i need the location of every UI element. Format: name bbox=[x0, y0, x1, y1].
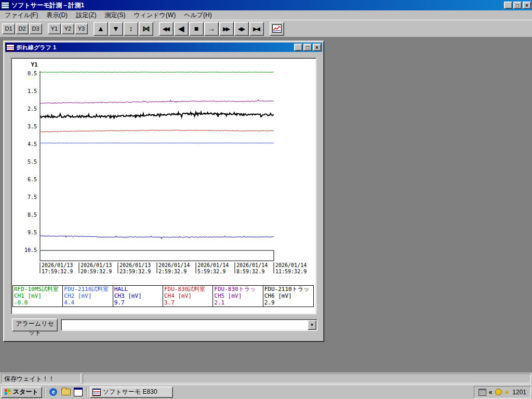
svg-text:3.5: 3.5 bbox=[28, 124, 37, 129]
toolbar-d2[interactable]: D2 bbox=[16, 23, 29, 34]
svg-text:7.5: 7.5 bbox=[28, 194, 37, 200]
toolbar-compress-x[interactable]: ▶◀ bbox=[249, 22, 264, 36]
svg-text:10.5: 10.5 bbox=[24, 247, 37, 253]
legend-ch6: FDU-2110トラッCH6 [mV]2.9 bbox=[263, 286, 313, 307]
chart-panel: Y10.51.52.53.54.55.56.57.58.59.510.52026… bbox=[11, 58, 316, 314]
menu-item-measure[interactable]: 測定(S) bbox=[100, 10, 129, 20]
svg-text:2:59:32.9: 2:59:32.9 bbox=[158, 269, 187, 274]
menu-item-view[interactable]: 表示(D) bbox=[42, 10, 72, 20]
task-app-icon bbox=[92, 389, 101, 396]
toolbar-d1[interactable]: D1 bbox=[2, 23, 15, 34]
legend-ch1: RFD-10MS試料室CH1 [mV]-0.0 bbox=[13, 286, 63, 307]
graph-window-content: Y10.51.52.53.54.55.56.57.58.59.510.52026… bbox=[5, 52, 323, 339]
svg-text:2026/01/13: 2026/01/13 bbox=[119, 262, 151, 268]
desktop: ソフトサーモ計測－計測1 _ □ × ファイル(F)表示(D)設定(Z)測定(S… bbox=[0, 0, 532, 399]
graph-window-icon bbox=[6, 44, 15, 51]
alarm-combobox[interactable]: ▼ bbox=[61, 319, 317, 331]
svg-text:11:59:32.9: 11:59:32.9 bbox=[275, 269, 307, 274]
legend-ch5: FDU-830トラッCH5 [mV]2.1 bbox=[213, 286, 263, 307]
toolbar-compress-y[interactable]: ⋈ bbox=[139, 22, 153, 36]
svg-text:5.5: 5.5 bbox=[28, 159, 37, 165]
taskbar-divider-2 bbox=[86, 387, 87, 397]
taskbar-divider bbox=[45, 387, 46, 397]
taskbar-app-button[interactable]: ソフトサーモ E830 bbox=[90, 387, 173, 398]
toolbar-step-back[interactable]: ◀ bbox=[174, 22, 189, 36]
menu-item-help[interactable]: ヘルプ(H) bbox=[180, 10, 216, 20]
svg-text:17:59:32.9: 17:59:32.9 bbox=[42, 269, 73, 274]
status-bar: 保存ウェイト！！ bbox=[0, 373, 532, 384]
svg-text:2026/01/14: 2026/01/14 bbox=[158, 262, 190, 268]
graph-minimize-button[interactable]: _ bbox=[294, 44, 302, 51]
graph-close-button[interactable]: × bbox=[313, 44, 321, 51]
toolbar-play-forward[interactable]: → bbox=[204, 22, 219, 36]
toolbar: D1D2D3Y1Y2Y3▲▼↕⋈◀◀◀■→▶▶◀▶▶◀ bbox=[0, 20, 532, 37]
close-button[interactable]: × bbox=[523, 2, 531, 9]
main-title-bar: ソフトサーモ計測－計測1 _ □ × bbox=[0, 0, 532, 10]
show-desktop-icon[interactable] bbox=[73, 387, 84, 397]
svg-text:20:59:32.9: 20:59:32.9 bbox=[81, 269, 112, 274]
window-title: ソフトサーモ計測－計測1 bbox=[11, 1, 502, 10]
folder-icon[interactable] bbox=[61, 387, 71, 397]
svg-text:1.5: 1.5 bbox=[28, 88, 37, 94]
minimize-button[interactable]: _ bbox=[504, 2, 512, 9]
toolbar-expand-x[interactable]: ◀▶ bbox=[234, 22, 249, 36]
svg-text:5:59:32.9: 5:59:32.9 bbox=[197, 269, 225, 274]
legend-ch4: FDU-830試料室CH4 [mV]3.7 bbox=[163, 286, 213, 307]
tray-chevron-icon[interactable]: « bbox=[489, 389, 493, 395]
line-chart: Y10.51.52.53.54.55.56.57.58.59.510.52026… bbox=[12, 59, 314, 284]
maximize-button[interactable]: □ bbox=[513, 2, 522, 9]
mdi-area: 折れ線グラフ 1 _ □ × Y10.51.52.53.54.55.56.57.… bbox=[0, 37, 532, 373]
toolbar-scroll-up[interactable]: ▲ bbox=[94, 22, 108, 36]
quick-launch: e bbox=[48, 387, 84, 397]
svg-text:8.5: 8.5 bbox=[28, 212, 37, 218]
start-button[interactable]: スタート bbox=[1, 387, 42, 398]
toolbar-y1[interactable]: Y1 bbox=[48, 23, 61, 34]
svg-text:2026/01/14: 2026/01/14 bbox=[275, 262, 307, 268]
graph-window: 折れ線グラフ 1 _ □ × Y10.51.52.53.54.55.56.57.… bbox=[3, 41, 324, 342]
start-label: スタート bbox=[13, 388, 38, 396]
graph-window-title-bar[interactable]: 折れ線グラフ 1 _ □ × bbox=[5, 43, 322, 52]
alarm-reset-button[interactable]: アラームリセット bbox=[12, 318, 58, 331]
task-app-label: ソフトサーモ E830 bbox=[103, 388, 157, 396]
internet-explorer-icon[interactable]: e bbox=[48, 387, 59, 397]
tray-volume-icon[interactable] bbox=[495, 389, 502, 395]
combo-dropdown-button[interactable]: ▼ bbox=[308, 320, 316, 330]
legend-ch2: FDU-2110試料室CH2 [mV]4.4 bbox=[63, 286, 113, 307]
tray-star-icon[interactable]: ★ bbox=[504, 389, 510, 395]
svg-text:2026/01/13: 2026/01/13 bbox=[81, 262, 112, 268]
svg-text:2026/01/14: 2026/01/14 bbox=[236, 262, 268, 268]
toolbar-d3[interactable]: D3 bbox=[29, 23, 42, 34]
tray-device-icon[interactable] bbox=[478, 389, 486, 396]
windows-logo-icon bbox=[5, 389, 11, 395]
svg-text:2.5: 2.5 bbox=[28, 106, 37, 112]
status-message: 保存ウェイト！！ bbox=[1, 374, 81, 383]
legend-ch3: HALLCH3 [mV]9.7 bbox=[113, 286, 163, 307]
toolbar-fast-rewind[interactable]: ◀◀ bbox=[159, 22, 174, 36]
toolbar-stop[interactable]: ■ bbox=[189, 22, 204, 36]
menu-bar: ファイル(F)表示(D)設定(Z)測定(S)ウィンドウ(W)ヘルプ(H) bbox=[0, 10, 532, 20]
clock: 1201 bbox=[512, 389, 526, 396]
svg-text:4.5: 4.5 bbox=[28, 141, 37, 147]
combo-value bbox=[61, 320, 307, 330]
svg-text:6.5: 6.5 bbox=[28, 177, 37, 182]
graph-maximize-button[interactable]: □ bbox=[303, 44, 312, 51]
toolbar-y2[interactable]: Y2 bbox=[61, 23, 74, 34]
menu-item-window[interactable]: ウィンドウ(W) bbox=[129, 10, 180, 20]
svg-text:2026/01/14: 2026/01/14 bbox=[197, 262, 229, 268]
system-tray: « ★ 1201 bbox=[474, 386, 531, 398]
toolbar-y3[interactable]: Y3 bbox=[75, 23, 88, 34]
graph-window-title: 折れ線グラフ 1 bbox=[17, 44, 292, 51]
toolbar-fast-forward[interactable]: ▶▶ bbox=[219, 22, 234, 36]
svg-text:0.5: 0.5 bbox=[28, 71, 37, 76]
menu-item-settings[interactable]: 設定(Z) bbox=[72, 10, 100, 20]
line-graph-icon bbox=[272, 24, 282, 33]
toolbar-graph-window-button[interactable] bbox=[270, 22, 284, 36]
svg-text:8:59:32.9: 8:59:32.9 bbox=[236, 269, 264, 274]
status-spare bbox=[83, 374, 531, 383]
svg-text:2026/01/13: 2026/01/13 bbox=[42, 262, 73, 268]
toolbar-scroll-down[interactable]: ▼ bbox=[109, 22, 123, 36]
menu-item-file[interactable]: ファイル(F) bbox=[1, 10, 42, 20]
toolbar-expand-y[interactable]: ↕ bbox=[124, 22, 138, 36]
chart-legend: RFD-10MS試料室CH1 [mV]-0.0FDU-2110試料室CH2 [m… bbox=[12, 285, 314, 307]
app-icon bbox=[1, 2, 9, 9]
